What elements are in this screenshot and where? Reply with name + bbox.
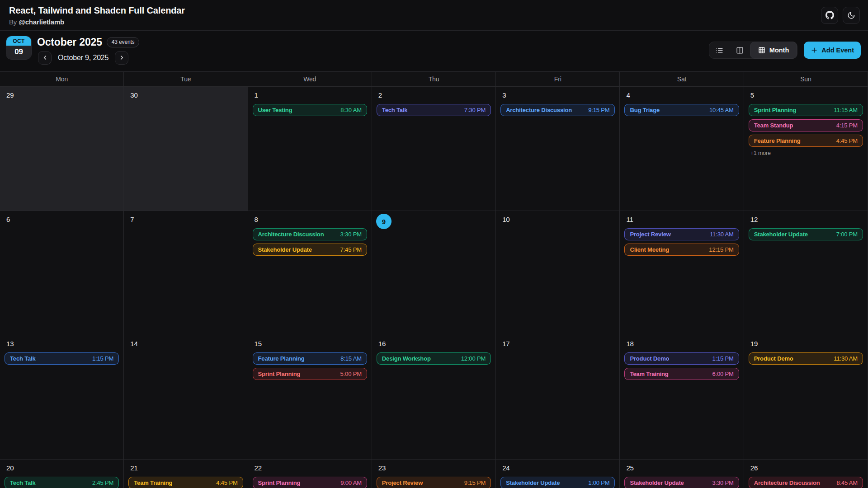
date-badge-month: OCT bbox=[6, 36, 31, 46]
event-title: Sprint Planning bbox=[258, 371, 301, 377]
day-cell[interactable]: 11Project Review11:30 AMClient Meeting12… bbox=[620, 211, 744, 335]
event-chip[interactable]: Architecture Discussion9:15 PM bbox=[500, 104, 615, 116]
day-cell[interactable]: 30 bbox=[124, 87, 248, 211]
event-chip[interactable]: Sprint Planning5:00 PM bbox=[253, 368, 367, 380]
weekday-label: Sat bbox=[620, 72, 744, 86]
day-cell[interactable]: 26Architecture Discussion8:45 AM bbox=[744, 460, 868, 488]
week-row: 678Architecture Discussion3:30 PMStakeho… bbox=[0, 211, 868, 335]
event-chip[interactable]: User Testing8:30 AM bbox=[253, 104, 367, 116]
theme-toggle-button[interactable] bbox=[843, 7, 860, 24]
event-chip[interactable]: Stakeholder Update7:00 PM bbox=[749, 228, 863, 240]
prev-day-button[interactable] bbox=[38, 51, 52, 65]
day-cell[interactable]: 24Stakeholder Update1:00 PM bbox=[496, 460, 620, 488]
toolbar-left: OCT 09 October 2025 43 events October 9,… bbox=[6, 36, 139, 65]
day-cell[interactable]: 19Product Demo11:30 AM bbox=[744, 335, 868, 460]
calendar-grid: 29301User Testing8:30 AM2Tech Talk7:30 P… bbox=[0, 87, 868, 488]
day-cell[interactable]: 18Product Demo1:15 PMTeam Training6:00 P… bbox=[620, 335, 744, 460]
day-cell[interactable]: 4Bug Triage10:45 AM bbox=[620, 87, 744, 211]
day-cell[interactable]: 23Project Review9:15 PM bbox=[372, 460, 496, 488]
day-cell[interactable]: 10 bbox=[496, 211, 620, 335]
day-cell[interactable]: 5Sprint Planning11:15 AMTeam Standup4:15… bbox=[744, 87, 868, 211]
event-title: Architecture Discussion bbox=[506, 107, 572, 113]
event-chip[interactable]: Stakeholder Update1:00 PM bbox=[500, 477, 615, 488]
calendar-toolbar: OCT 09 October 2025 43 events October 9,… bbox=[0, 31, 868, 71]
event-chip[interactable]: Tech Talk1:15 PM bbox=[5, 352, 119, 365]
day-cell[interactable]: 3Architecture Discussion9:15 PM bbox=[496, 87, 620, 211]
day-cell[interactable]: 17 bbox=[496, 335, 620, 460]
day-cell[interactable]: 29 bbox=[0, 87, 124, 211]
add-event-button[interactable]: Add Event bbox=[804, 42, 861, 59]
day-number: 18 bbox=[620, 335, 743, 352]
event-chip[interactable]: Feature Planning8:15 AM bbox=[253, 352, 367, 365]
day-cell[interactable]: 21Team Training4:45 PM bbox=[124, 460, 248, 488]
view-columns-button[interactable] bbox=[730, 42, 750, 59]
event-time: 4:45 PM bbox=[216, 479, 237, 486]
event-chip[interactable]: Feature Planning4:45 PM bbox=[749, 135, 863, 147]
event-chip[interactable]: Tech Talk7:30 PM bbox=[377, 104, 491, 116]
event-title: Sprint Planning bbox=[754, 107, 797, 113]
event-time: 3:30 PM bbox=[340, 231, 362, 238]
view-month-button[interactable]: Month bbox=[750, 42, 797, 59]
event-chip[interactable]: Tech Talk2:45 PM bbox=[5, 477, 119, 488]
event-chip[interactable]: Bug Triage10:45 AM bbox=[624, 104, 739, 116]
event-chip[interactable]: Stakeholder Update7:45 PM bbox=[253, 244, 367, 256]
day-cell[interactable]: 7 bbox=[124, 211, 248, 335]
event-time: 11:15 AM bbox=[834, 107, 858, 113]
event-time: 10:45 AM bbox=[709, 107, 734, 113]
event-chip[interactable]: Client Meeting12:15 PM bbox=[624, 244, 739, 256]
day-cell[interactable]: 6 bbox=[0, 211, 124, 335]
event-title: Product Demo bbox=[630, 355, 669, 362]
view-list-button[interactable] bbox=[709, 42, 730, 59]
more-events-label[interactable]: +1 more bbox=[750, 150, 868, 156]
day-number: 4 bbox=[620, 87, 743, 104]
event-time: 4:45 PM bbox=[836, 137, 858, 144]
day-cell[interactable]: 20Tech Talk2:45 PM bbox=[0, 460, 124, 488]
day-cell[interactable]: 9 bbox=[372, 211, 496, 335]
week-row: 20Tech Talk2:45 PM21Team Training4:45 PM… bbox=[0, 460, 868, 488]
day-cell[interactable]: 8Architecture Discussion3:30 PMStakehold… bbox=[248, 211, 372, 335]
next-day-button[interactable] bbox=[115, 51, 128, 65]
day-cell[interactable]: 22Sprint Planning9:00 AM bbox=[248, 460, 372, 488]
event-title: Stakeholder Update bbox=[630, 479, 684, 486]
event-chip[interactable]: Architecture Discussion3:30 PM bbox=[253, 228, 367, 240]
day-cell[interactable]: 15Feature Planning8:15 AMSprint Planning… bbox=[248, 335, 372, 460]
weekday-label: Sun bbox=[744, 72, 868, 86]
event-time: 7:00 PM bbox=[836, 231, 858, 238]
event-chip[interactable]: Team Standup4:15 PM bbox=[749, 119, 863, 131]
event-chip[interactable]: Architecture Discussion8:45 AM bbox=[749, 477, 863, 488]
event-time: 11:30 AM bbox=[710, 231, 734, 238]
day-cell[interactable]: 14 bbox=[124, 335, 248, 460]
day-number: 30 bbox=[124, 87, 247, 104]
week-row: 13Tech Talk1:15 PM1415Feature Planning8:… bbox=[0, 335, 868, 460]
day-cell[interactable]: 1User Testing8:30 AM bbox=[248, 87, 372, 211]
event-chip[interactable]: Project Review9:15 PM bbox=[377, 477, 491, 488]
day-number: 8 bbox=[248, 211, 372, 228]
byline-handle[interactable]: @charlietlamb bbox=[19, 18, 64, 26]
month-title-row: October 2025 43 events bbox=[37, 36, 139, 48]
event-chip[interactable]: Stakeholder Update3:30 PM bbox=[624, 477, 739, 488]
event-title: Team Training bbox=[134, 479, 172, 486]
event-chip[interactable]: Design Workshop12:00 PM bbox=[377, 352, 491, 365]
day-cell[interactable]: 13Tech Talk1:15 PM bbox=[0, 335, 124, 460]
github-icon bbox=[826, 11, 834, 19]
weekday-label: Mon bbox=[0, 72, 124, 86]
github-button[interactable] bbox=[821, 7, 838, 24]
day-cell[interactable]: 16Design Workshop12:00 PM bbox=[372, 335, 496, 460]
event-title: Bug Triage bbox=[630, 107, 660, 113]
event-chip[interactable]: Team Training4:45 PM bbox=[128, 477, 243, 488]
event-chip[interactable]: Team Training6:00 PM bbox=[624, 368, 739, 380]
day-number: 2 bbox=[372, 87, 495, 104]
event-title: Tech Talk bbox=[10, 355, 36, 362]
event-time: 11:30 AM bbox=[834, 355, 858, 362]
event-chip[interactable]: Project Review11:30 AM bbox=[624, 228, 739, 240]
day-cell[interactable]: 2Tech Talk7:30 PM bbox=[372, 87, 496, 211]
event-chip[interactable]: Sprint Planning9:00 AM bbox=[253, 477, 367, 488]
day-cell[interactable]: 12Stakeholder Update7:00 PM bbox=[744, 211, 868, 335]
today-badge: 9 bbox=[376, 214, 392, 229]
day-cell[interactable]: 25Stakeholder Update3:30 PM bbox=[620, 460, 744, 488]
columns-icon bbox=[736, 47, 744, 54]
event-chip[interactable]: Product Demo1:15 PM bbox=[624, 352, 739, 365]
event-chip[interactable]: Product Demo11:30 AM bbox=[749, 352, 863, 365]
header-actions bbox=[821, 7, 860, 24]
event-chip[interactable]: Sprint Planning11:15 AM bbox=[749, 104, 863, 116]
